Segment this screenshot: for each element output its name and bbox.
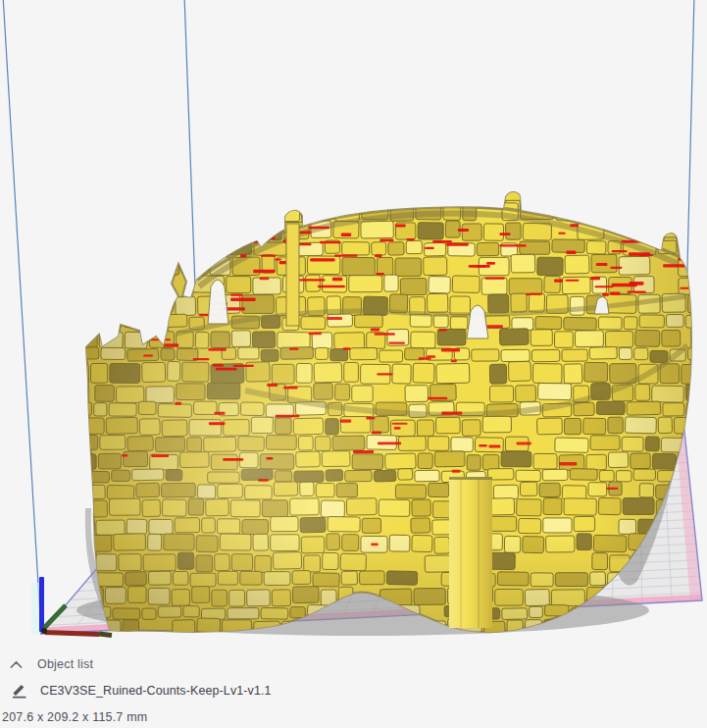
x-axis-cap (99, 634, 112, 636)
z-axis-bar (39, 577, 44, 632)
object-list-item[interactable]: CE3V3SE_Ruined-Counts-Keep-Lv1-v1.1 (11, 682, 272, 699)
chevron-up-icon[interactable] (10, 660, 23, 669)
door-pillar (449, 477, 492, 628)
edit-pencil-icon[interactable] (11, 682, 27, 699)
prime-zone (31, 583, 39, 634)
3d-viewport[interactable] (0, 0, 707, 728)
object-name-label: CE3V3SE_Ruined-Counts-Keep-Lv1-v1.1 (40, 684, 272, 698)
object-list-toggle[interactable]: Object list (10, 657, 93, 671)
x-axis-bar (45, 633, 99, 635)
cura-viewport-window: Object list CE3V3SE_Ruined-Counts-Keep-L… (0, 0, 707, 728)
model-dimensions-label: 207.6 x 209.2 x 115.7 mm (2, 710, 147, 724)
object-list-title: Object list (37, 657, 93, 671)
